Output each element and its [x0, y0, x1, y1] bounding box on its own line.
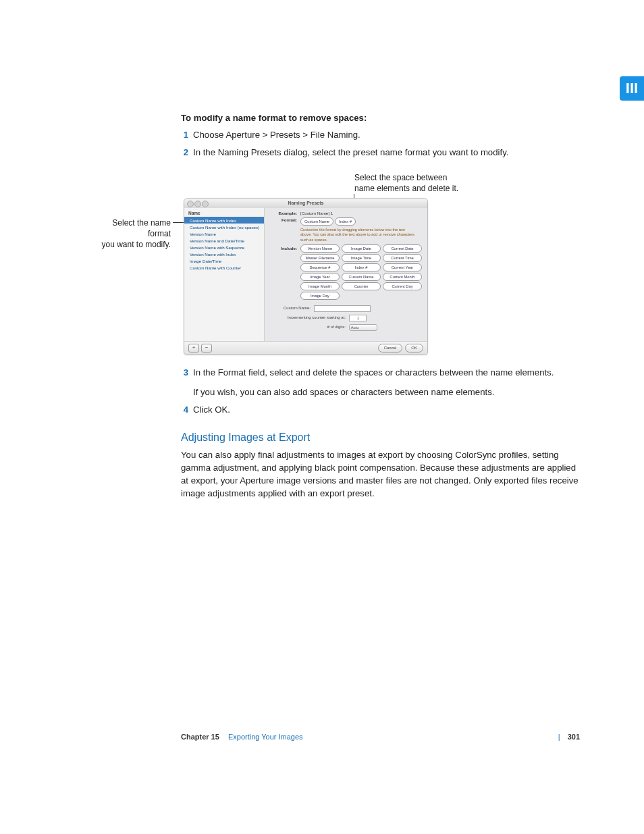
format-hint: Customize the format by dragging element…: [300, 228, 415, 242]
step-2-text: In the Naming Presets dialog, select the…: [193, 147, 508, 157]
callout-left-line1: Select the name format: [88, 217, 171, 239]
include-token[interactable]: Image Time: [342, 254, 381, 262]
step-4: 4Click OK.: [181, 403, 579, 416]
include-token[interactable]: Sequence #: [300, 263, 340, 271]
include-token[interactable]: Index #: [342, 263, 381, 271]
cancel-button[interactable]: Cancel: [378, 344, 403, 353]
format-token[interactable]: Index #: [335, 217, 356, 226]
preset-item[interactable]: Version Name: [184, 230, 264, 237]
callout-top: Select the space between name elements a…: [354, 172, 503, 194]
ok-button[interactable]: OK: [405, 344, 423, 353]
counter-start-label: Incrementing counter starting at:: [270, 315, 348, 319]
figure-naming-presets: Select the space between name elements a…: [88, 167, 581, 363]
section-heading-adjusting: Adjusting Images at Export: [181, 429, 579, 445]
example-label: Example:: [270, 211, 300, 215]
section-tab: III: [620, 76, 644, 101]
custom-name-label: Custom Name:: [270, 306, 313, 310]
preset-list-header: Name: [184, 209, 264, 217]
footer-chapter: Chapter 15: [181, 733, 219, 741]
dialog-title: Naming Presets: [288, 201, 324, 205]
preset-item[interactable]: Custom Name with Index (no spaces): [184, 224, 264, 230]
digits-select[interactable]: Auto: [349, 324, 377, 331]
add-preset-button[interactable]: +: [188, 344, 199, 353]
custom-name-input[interactable]: [314, 305, 371, 312]
footer-title: Exporting Your Images: [228, 733, 303, 741]
preset-item[interactable]: Version Name and Date/Time: [184, 237, 264, 244]
include-token[interactable]: Counter: [342, 282, 381, 290]
remove-preset-button[interactable]: −: [201, 344, 212, 353]
preset-item[interactable]: Version Name with Index: [184, 251, 264, 257]
callout-top-line1: Select the space between: [354, 172, 503, 183]
callout-top-line2: name elements and delete it.: [354, 183, 503, 194]
dialog-titlebar: Naming Presets: [184, 199, 427, 208]
step-2: 2In the Naming Presets dialog, select th…: [181, 146, 579, 159]
step-3-note: If you wish, you can also add spaces or …: [193, 386, 579, 398]
include-token[interactable]: Image Year: [300, 273, 340, 281]
step-1-text: Choose Aperture > Presets > File Naming.: [193, 130, 360, 140]
example-value: [Custom Name] 1: [300, 211, 333, 215]
include-token[interactable]: Master Filename: [300, 254, 340, 262]
callout-left: Select the name format you want to modif…: [88, 217, 171, 251]
zoom-icon[interactable]: [202, 201, 209, 207]
format-field[interactable]: Custom Name Index #: [300, 217, 356, 226]
minimize-icon[interactable]: [194, 201, 201, 207]
include-token[interactable]: Current Day: [383, 282, 422, 290]
include-token[interactable]: Current Time: [383, 254, 422, 262]
include-token[interactable]: Current Year: [383, 263, 422, 271]
step-3: 3 In the Format field, select and delete…: [181, 366, 579, 398]
include-token[interactable]: Current Month: [383, 273, 422, 281]
footer-page-number: 301: [568, 733, 580, 741]
page-footer: Chapter 15 Exporting Your Images | 301: [181, 733, 580, 741]
counter-start-input[interactable]: 1: [349, 315, 367, 321]
preset-list: Name Custom Name with Index Custom Name …: [184, 208, 265, 341]
include-token[interactable]: Image Month: [300, 282, 340, 290]
step-4-text: Click OK.: [193, 405, 230, 415]
include-token[interactable]: Custom Name: [342, 273, 381, 281]
naming-presets-dialog: Naming Presets Name Custom Name with Ind…: [184, 198, 428, 355]
digits-label: # of digits:: [270, 325, 348, 329]
format-label: Format:: [270, 217, 300, 222]
dialog-footer: + − Cancel OK: [184, 341, 427, 354]
procedure-title: To modify a name format to remove spaces…: [181, 111, 579, 124]
section-body: You can also apply final adjustments to …: [181, 448, 579, 500]
preset-item[interactable]: Version Name with Sequence: [184, 244, 264, 251]
callout-left-line2: you want to modify.: [88, 239, 171, 250]
include-token[interactable]: Current Date: [383, 244, 422, 253]
preset-item[interactable]: Image Date/Time: [184, 257, 264, 264]
include-token[interactable]: Version Name: [300, 244, 340, 253]
footer-divider: |: [558, 733, 560, 741]
step-1: 1Choose Aperture > Presets > File Naming…: [181, 128, 579, 141]
include-token[interactable]: Image Date: [342, 244, 381, 253]
preset-item[interactable]: Custom Name with Index: [184, 217, 264, 224]
include-label: Include:: [270, 246, 300, 251]
format-token[interactable]: Custom Name: [300, 217, 333, 226]
close-icon[interactable]: [187, 201, 194, 207]
include-token[interactable]: Image Day: [300, 292, 340, 300]
preset-item[interactable]: Custom Name with Counter: [184, 264, 264, 271]
step-3-text: In the Format field, select and delete t…: [193, 367, 554, 377]
